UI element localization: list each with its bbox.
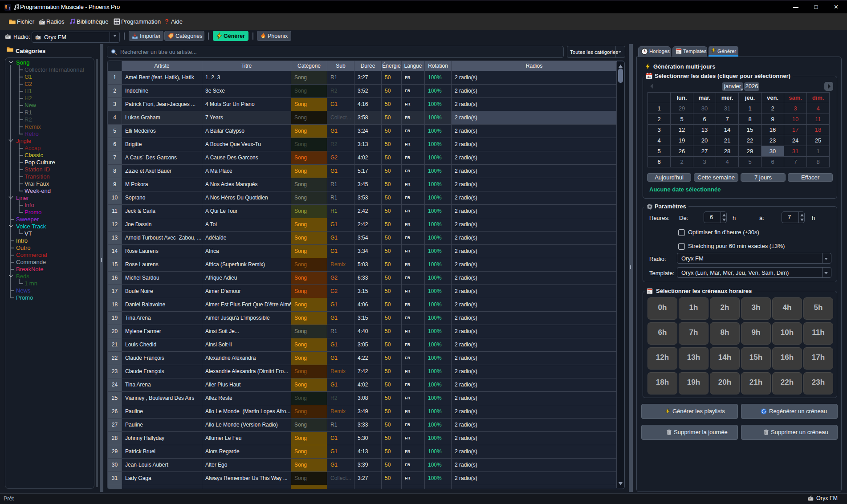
- svg-text:♩: ♩: [115, 20, 117, 21]
- svg-text:31: 31: [647, 75, 651, 78]
- svg-text:♩: ♩: [118, 22, 119, 24]
